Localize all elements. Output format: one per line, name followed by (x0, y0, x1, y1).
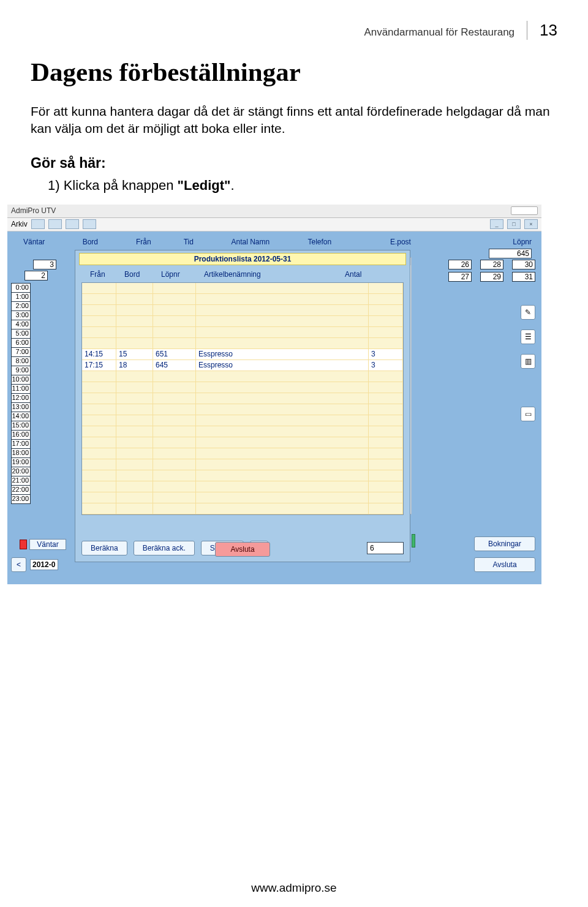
time-slot[interactable]: 7:00 (11, 347, 31, 357)
minimize-icon[interactable]: _ (490, 219, 503, 229)
section-heading: Dagens förbeställningar (31, 57, 557, 87)
side-buttons: Bokningar Avsluta (474, 536, 535, 572)
menu-arkiv[interactable]: Arkiv (11, 220, 28, 228)
col-epost: E.post (390, 238, 448, 246)
page-icon[interactable]: ▭ (521, 407, 535, 421)
calendar-left-bot: 2 (24, 271, 48, 280)
bottom-left-controls: < 2012-0 (11, 557, 58, 572)
list-row-empty (82, 305, 403, 316)
dlg-col-bord: Bord (124, 270, 161, 279)
list-row-empty (82, 338, 403, 349)
col-tid: Tid (184, 238, 207, 246)
running-head: Användarmanual för Restaurang (364, 26, 514, 39)
cell-antal: 3 (369, 360, 403, 371)
cell-antal: 3 (369, 349, 403, 359)
cell-art: Esspresso (196, 360, 369, 371)
time-slot[interactable]: 16:00 (11, 430, 31, 440)
cell-bord: 15 (116, 349, 153, 359)
intro-paragraph: För att kunna hantera dagar då det är st… (31, 103, 551, 138)
time-slot[interactable]: 22:00 (11, 485, 31, 495)
people-icon[interactable]: ☰ (521, 329, 535, 344)
avsluta-button[interactable]: Avsluta (474, 557, 535, 572)
window-control[interactable] (511, 206, 538, 215)
step-item: 1) Klicka på knappen "Ledigt". (48, 178, 557, 194)
calendar-day[interactable]: 2 (24, 271, 48, 280)
edit-icon[interactable]: ✎ (521, 305, 535, 320)
time-slot[interactable]: 11:00 (11, 384, 31, 394)
time-slot[interactable]: 6:00 (11, 338, 31, 348)
time-slot[interactable]: 19:00 (11, 457, 31, 467)
calendar-left-top: 3 (33, 260, 56, 269)
time-slot[interactable]: 20:00 (11, 467, 31, 476)
list-row-empty (82, 294, 403, 305)
time-slot[interactable]: 4:00 (11, 320, 31, 329)
date-field[interactable]: 2012-0 (30, 559, 58, 570)
calendar-day[interactable]: 26 (448, 260, 472, 269)
time-slot[interactable]: 8:00 (11, 356, 31, 366)
time-slot[interactable]: 23:00 (11, 494, 31, 504)
calendar-day[interactable]: 27 (448, 272, 472, 282)
time-slot[interactable]: 1:00 (11, 292, 31, 302)
time-slot[interactable]: 21:00 (11, 476, 31, 486)
list-row-empty (82, 426, 403, 437)
time-slot[interactable]: 3:00 (11, 310, 31, 320)
maximize-icon[interactable]: □ (507, 219, 521, 229)
list-row-empty (82, 283, 403, 294)
col-bord: Bord (83, 238, 111, 246)
nav-last-icon[interactable] (83, 219, 96, 229)
vantar-status[interactable]: Väntar (20, 539, 66, 550)
nav-prev-icon[interactable] (48, 219, 62, 229)
col-lopnr: Löpnr (497, 238, 532, 246)
time-slot[interactable]: 17:00 (11, 439, 31, 449)
calendar-day[interactable]: 30 (512, 260, 535, 269)
prev-button[interactable]: < (11, 557, 26, 572)
time-slot[interactable]: 10:00 (11, 375, 31, 385)
bokningar-button[interactable]: Bokningar (474, 536, 535, 551)
calendar-day[interactable]: 3 (33, 260, 56, 269)
time-slot[interactable]: 15:00 (11, 421, 31, 431)
list-row[interactable]: 17:1518645Esspresso3 (82, 360, 403, 371)
status-dot-icon (20, 540, 27, 549)
nav-next-icon[interactable] (66, 219, 79, 229)
berakna-ack-button[interactable]: Beräkna ack. (134, 541, 195, 555)
time-slot[interactable]: 12:00 (11, 393, 31, 403)
list-row-empty (82, 459, 403, 470)
vantar-label: Väntar (29, 539, 66, 550)
cell-fran: 14:15 (82, 349, 116, 359)
time-slot[interactable]: 9:00 (11, 366, 31, 375)
berakna-button[interactable]: Beräkna (81, 541, 127, 555)
time-slot[interactable]: 18:00 (11, 448, 31, 458)
list-row-empty (82, 382, 403, 393)
calendar-day[interactable]: 28 (480, 260, 503, 269)
columns-header: Väntar Bord Från Tid Antal Namn Telefon … (11, 235, 538, 249)
cell-lopnr: 651 (153, 349, 196, 359)
list-row-empty (82, 404, 403, 415)
nav-first-icon[interactable] (31, 219, 45, 229)
time-slot[interactable]: 5:00 (11, 329, 31, 339)
lopnr-field[interactable]: 645 (489, 249, 532, 258)
step-button-name: "Ledigt" (178, 178, 231, 193)
time-slot[interactable]: 0:00 (11, 283, 31, 293)
list-row[interactable]: 14:1515651Esspresso3 (82, 349, 403, 360)
list-row-empty (82, 448, 403, 459)
page-number: 13 (527, 21, 557, 40)
calendar-day[interactable]: 31 (512, 272, 535, 282)
dialog-avsluta-button[interactable]: Avsluta (215, 542, 270, 557)
time-slot[interactable]: 14:00 (11, 412, 31, 421)
step-text: Klicka på knappen (64, 178, 178, 193)
time-slot[interactable]: 2:00 (11, 301, 31, 311)
dialog-list: 14:1515651Esspresso317:1518645Esspresso3 (81, 282, 404, 515)
dlg-col-lopnr: Löpnr (161, 270, 204, 279)
list-row-empty (82, 492, 403, 503)
calendar-day[interactable]: 29 (480, 272, 503, 282)
dlg-col-art: Artikelbenämning (204, 270, 345, 279)
app-screenshot: AdmiPro UTV Arkiv _ □ × Väntar Bord Från… (7, 205, 541, 584)
report-icon[interactable]: ▥ (521, 354, 535, 369)
col-vantar: Väntar (23, 238, 58, 246)
col-telefon: Telefon (307, 238, 365, 246)
dialog-title: Produktionslista 2012-05-31 (79, 253, 406, 265)
time-slot[interactable]: 13:00 (11, 402, 31, 412)
close-icon[interactable]: × (524, 219, 538, 229)
footer-url: www.admipro.se (251, 881, 336, 895)
status-indicator (412, 534, 415, 548)
